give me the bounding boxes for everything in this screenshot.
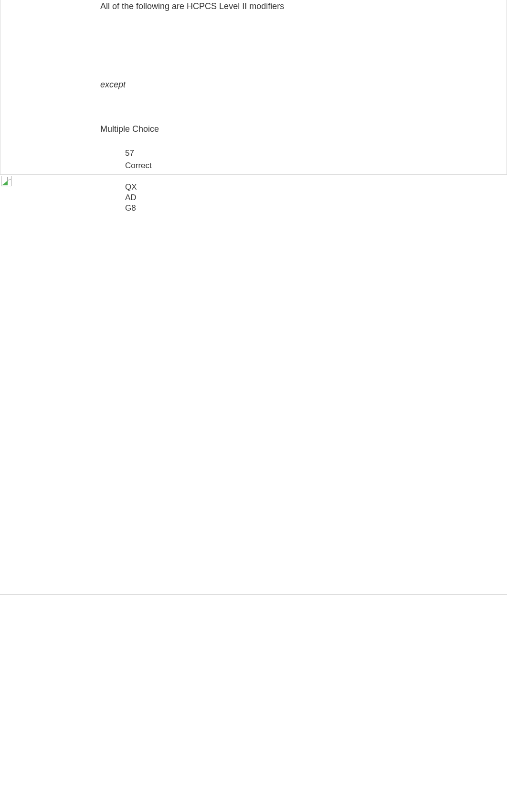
answer-block: 57 Correct (125, 148, 487, 171)
answer-status: Correct (125, 160, 487, 171)
question-type-label: Multiple Choice (100, 124, 487, 134)
question-card: All of the following are HCPCS Level II … (0, 0, 507, 174)
image-placeholder-region (0, 174, 507, 595)
answer-value: 57 (125, 148, 487, 159)
broken-image-icon (1, 176, 11, 186)
question-exception: except (100, 80, 487, 90)
question-stem: All of the following are HCPCS Level II … (100, 0, 487, 13)
